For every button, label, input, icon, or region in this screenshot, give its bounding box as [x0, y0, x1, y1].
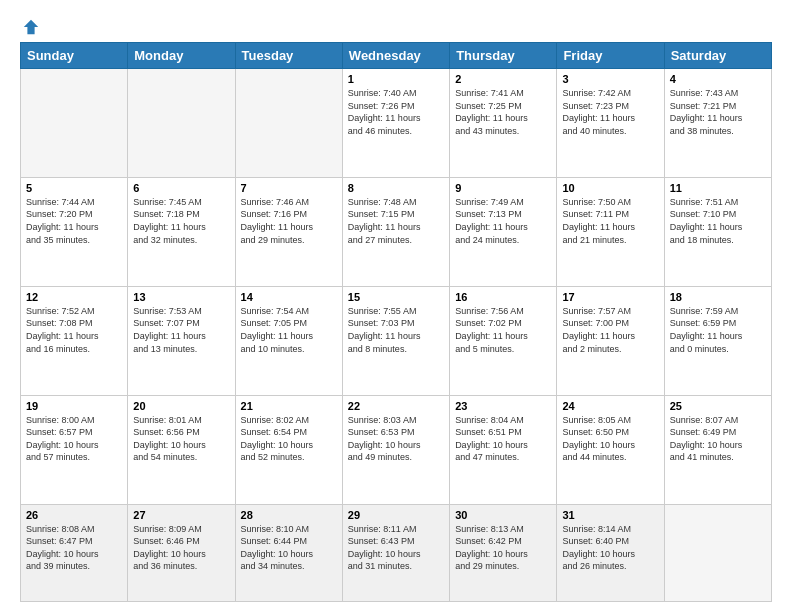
day-info: Sunrise: 7:43 AM Sunset: 7:21 PM Dayligh…	[670, 87, 766, 137]
day-info: Sunrise: 8:13 AM Sunset: 6:42 PM Dayligh…	[455, 523, 551, 573]
day-number: 31	[562, 509, 658, 521]
calendar-cell: 10Sunrise: 7:50 AM Sunset: 7:11 PM Dayli…	[557, 177, 664, 286]
day-number: 17	[562, 291, 658, 303]
day-info: Sunrise: 8:02 AM Sunset: 6:54 PM Dayligh…	[241, 414, 337, 464]
day-info: Sunrise: 7:57 AM Sunset: 7:00 PM Dayligh…	[562, 305, 658, 355]
day-number: 14	[241, 291, 337, 303]
day-info: Sunrise: 8:10 AM Sunset: 6:44 PM Dayligh…	[241, 523, 337, 573]
day-number: 28	[241, 509, 337, 521]
day-info: Sunrise: 7:46 AM Sunset: 7:16 PM Dayligh…	[241, 196, 337, 246]
calendar-cell	[235, 69, 342, 178]
calendar-cell: 26Sunrise: 8:08 AM Sunset: 6:47 PM Dayli…	[21, 504, 128, 601]
day-info: Sunrise: 8:14 AM Sunset: 6:40 PM Dayligh…	[562, 523, 658, 573]
calendar-cell: 15Sunrise: 7:55 AM Sunset: 7:03 PM Dayli…	[342, 286, 449, 395]
logo-icon	[22, 18, 40, 36]
weekday-header-sunday: Sunday	[21, 43, 128, 69]
calendar-table: SundayMondayTuesdayWednesdayThursdayFrid…	[20, 42, 772, 602]
day-number: 3	[562, 73, 658, 85]
weekday-header-wednesday: Wednesday	[342, 43, 449, 69]
day-number: 12	[26, 291, 122, 303]
week-row-3: 12Sunrise: 7:52 AM Sunset: 7:08 PM Dayli…	[21, 286, 772, 395]
calendar-cell: 8Sunrise: 7:48 AM Sunset: 7:15 PM Daylig…	[342, 177, 449, 286]
day-info: Sunrise: 8:04 AM Sunset: 6:51 PM Dayligh…	[455, 414, 551, 464]
day-number: 8	[348, 182, 444, 194]
calendar-cell: 30Sunrise: 8:13 AM Sunset: 6:42 PM Dayli…	[450, 504, 557, 601]
day-info: Sunrise: 8:03 AM Sunset: 6:53 PM Dayligh…	[348, 414, 444, 464]
day-info: Sunrise: 7:51 AM Sunset: 7:10 PM Dayligh…	[670, 196, 766, 246]
day-number: 23	[455, 400, 551, 412]
day-number: 26	[26, 509, 122, 521]
calendar-cell: 12Sunrise: 7:52 AM Sunset: 7:08 PM Dayli…	[21, 286, 128, 395]
calendar-cell	[128, 69, 235, 178]
calendar-cell: 4Sunrise: 7:43 AM Sunset: 7:21 PM Daylig…	[664, 69, 771, 178]
calendar-cell: 31Sunrise: 8:14 AM Sunset: 6:40 PM Dayli…	[557, 504, 664, 601]
calendar-cell: 16Sunrise: 7:56 AM Sunset: 7:02 PM Dayli…	[450, 286, 557, 395]
day-info: Sunrise: 7:56 AM Sunset: 7:02 PM Dayligh…	[455, 305, 551, 355]
day-info: Sunrise: 7:55 AM Sunset: 7:03 PM Dayligh…	[348, 305, 444, 355]
calendar-header-row: SundayMondayTuesdayWednesdayThursdayFrid…	[21, 43, 772, 69]
day-number: 11	[670, 182, 766, 194]
day-number: 27	[133, 509, 229, 521]
calendar-cell: 19Sunrise: 8:00 AM Sunset: 6:57 PM Dayli…	[21, 395, 128, 504]
day-info: Sunrise: 7:50 AM Sunset: 7:11 PM Dayligh…	[562, 196, 658, 246]
calendar-cell: 9Sunrise: 7:49 AM Sunset: 7:13 PM Daylig…	[450, 177, 557, 286]
calendar-cell: 21Sunrise: 8:02 AM Sunset: 6:54 PM Dayli…	[235, 395, 342, 504]
day-info: Sunrise: 7:40 AM Sunset: 7:26 PM Dayligh…	[348, 87, 444, 137]
day-info: Sunrise: 7:52 AM Sunset: 7:08 PM Dayligh…	[26, 305, 122, 355]
day-number: 2	[455, 73, 551, 85]
day-number: 29	[348, 509, 444, 521]
weekday-header-friday: Friday	[557, 43, 664, 69]
calendar-cell: 23Sunrise: 8:04 AM Sunset: 6:51 PM Dayli…	[450, 395, 557, 504]
day-info: Sunrise: 8:07 AM Sunset: 6:49 PM Dayligh…	[670, 414, 766, 464]
day-info: Sunrise: 7:59 AM Sunset: 6:59 PM Dayligh…	[670, 305, 766, 355]
calendar-cell: 14Sunrise: 7:54 AM Sunset: 7:05 PM Dayli…	[235, 286, 342, 395]
calendar-cell: 7Sunrise: 7:46 AM Sunset: 7:16 PM Daylig…	[235, 177, 342, 286]
calendar-cell: 17Sunrise: 7:57 AM Sunset: 7:00 PM Dayli…	[557, 286, 664, 395]
day-info: Sunrise: 7:53 AM Sunset: 7:07 PM Dayligh…	[133, 305, 229, 355]
calendar-cell: 22Sunrise: 8:03 AM Sunset: 6:53 PM Dayli…	[342, 395, 449, 504]
weekday-header-monday: Monday	[128, 43, 235, 69]
calendar-cell	[664, 504, 771, 601]
day-number: 25	[670, 400, 766, 412]
day-number: 10	[562, 182, 658, 194]
svg-marker-0	[24, 20, 38, 34]
calendar-cell: 27Sunrise: 8:09 AM Sunset: 6:46 PM Dayli…	[128, 504, 235, 601]
calendar-cell: 6Sunrise: 7:45 AM Sunset: 7:18 PM Daylig…	[128, 177, 235, 286]
calendar-cell	[21, 69, 128, 178]
day-info: Sunrise: 7:49 AM Sunset: 7:13 PM Dayligh…	[455, 196, 551, 246]
calendar-cell: 11Sunrise: 7:51 AM Sunset: 7:10 PM Dayli…	[664, 177, 771, 286]
page: SundayMondayTuesdayWednesdayThursdayFrid…	[0, 0, 792, 612]
day-number: 30	[455, 509, 551, 521]
week-row-2: 5Sunrise: 7:44 AM Sunset: 7:20 PM Daylig…	[21, 177, 772, 286]
day-number: 7	[241, 182, 337, 194]
calendar-body: 1Sunrise: 7:40 AM Sunset: 7:26 PM Daylig…	[21, 69, 772, 602]
calendar-cell: 3Sunrise: 7:42 AM Sunset: 7:23 PM Daylig…	[557, 69, 664, 178]
week-row-4: 19Sunrise: 8:00 AM Sunset: 6:57 PM Dayli…	[21, 395, 772, 504]
day-info: Sunrise: 8:11 AM Sunset: 6:43 PM Dayligh…	[348, 523, 444, 573]
calendar-cell: 18Sunrise: 7:59 AM Sunset: 6:59 PM Dayli…	[664, 286, 771, 395]
day-info: Sunrise: 7:48 AM Sunset: 7:15 PM Dayligh…	[348, 196, 444, 246]
day-number: 13	[133, 291, 229, 303]
calendar-cell: 29Sunrise: 8:11 AM Sunset: 6:43 PM Dayli…	[342, 504, 449, 601]
day-number: 19	[26, 400, 122, 412]
calendar-cell: 25Sunrise: 8:07 AM Sunset: 6:49 PM Dayli…	[664, 395, 771, 504]
day-number: 5	[26, 182, 122, 194]
day-number: 20	[133, 400, 229, 412]
calendar-cell: 28Sunrise: 8:10 AM Sunset: 6:44 PM Dayli…	[235, 504, 342, 601]
day-info: Sunrise: 7:42 AM Sunset: 7:23 PM Dayligh…	[562, 87, 658, 137]
day-info: Sunrise: 8:01 AM Sunset: 6:56 PM Dayligh…	[133, 414, 229, 464]
day-info: Sunrise: 7:45 AM Sunset: 7:18 PM Dayligh…	[133, 196, 229, 246]
calendar-cell: 5Sunrise: 7:44 AM Sunset: 7:20 PM Daylig…	[21, 177, 128, 286]
weekday-header-saturday: Saturday	[664, 43, 771, 69]
calendar-cell: 13Sunrise: 7:53 AM Sunset: 7:07 PM Dayli…	[128, 286, 235, 395]
day-number: 24	[562, 400, 658, 412]
day-info: Sunrise: 8:09 AM Sunset: 6:46 PM Dayligh…	[133, 523, 229, 573]
calendar-cell: 20Sunrise: 8:01 AM Sunset: 6:56 PM Dayli…	[128, 395, 235, 504]
day-number: 9	[455, 182, 551, 194]
day-info: Sunrise: 7:54 AM Sunset: 7:05 PM Dayligh…	[241, 305, 337, 355]
header	[20, 18, 772, 32]
week-row-1: 1Sunrise: 7:40 AM Sunset: 7:26 PM Daylig…	[21, 69, 772, 178]
logo	[20, 18, 40, 32]
day-number: 21	[241, 400, 337, 412]
day-info: Sunrise: 8:05 AM Sunset: 6:50 PM Dayligh…	[562, 414, 658, 464]
